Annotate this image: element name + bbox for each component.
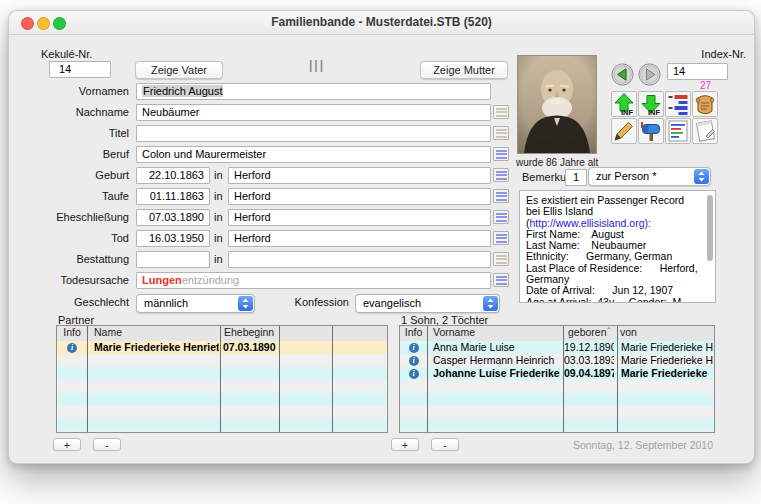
bestattung-place-input[interactable] [228,251,491,268]
source-icon[interactable] [493,126,509,140]
info-cell[interactable]: i [400,354,427,367]
index-input[interactable]: 14 [667,63,728,80]
tod-place-input[interactable]: Herford [228,230,491,247]
taufe-place-input[interactable]: Herford [228,188,491,205]
source-icon[interactable] [493,189,509,203]
geburt-date-input[interactable]: 22.10.1863 [136,167,210,184]
ellis-island-link[interactable]: http://www.ellisisland.org [530,217,645,229]
vornamen-input[interactable]: Friedrich August [136,83,491,100]
bestattung-date-input[interactable] [136,251,210,268]
next-person-button[interactable] [638,63,661,86]
ancestor-scroll-button[interactable] [692,91,718,117]
empty-row[interactable] [400,380,714,393]
todesursache-input[interactable]: Lungenentzündung [136,272,491,289]
titel-label: Titel [9,127,129,139]
show-mother-button[interactable]: Zeige Mutter [420,61,508,79]
in-label: in [214,232,223,244]
col-info[interactable]: Info [400,326,427,338]
taufe-date-input[interactable]: 01.11.1863 [136,188,210,205]
source-icon[interactable] [493,210,509,224]
eheschliessung-place-input[interactable]: Herford [228,209,491,226]
info-icon[interactable]: i [409,369,419,379]
family-tree-list-button[interactable] [665,91,691,117]
info-cell[interactable]: i [400,367,427,380]
info-icon[interactable]: i [409,343,419,353]
children-table-header[interactable]: Info Vorname geboren ˆ von [400,326,714,342]
konfession-select[interactable]: evangelisch [355,294,500,313]
show-father-button[interactable]: Zeige Vater [135,61,223,79]
info-cell[interactable]: i [400,341,427,354]
nachname-input[interactable]: Neubäumer [136,104,491,121]
empty-row[interactable] [57,380,387,393]
empty-row[interactable] [57,393,387,406]
mailbox-button[interactable] [638,118,664,144]
bemerkung-number-input[interactable]: 1 [565,169,587,186]
todesursache-label: Todesursache [9,274,129,286]
todo-list-button[interactable] [665,118,691,144]
portrait-image [518,56,596,153]
child-name: Johanne Luise Friederike [433,367,561,380]
col-vorname[interactable]: Vorname [433,326,553,338]
partner-remove-button[interactable]: - [93,438,121,451]
bemerkung-scope-select[interactable]: zur Person * [588,167,711,186]
empty-row[interactable] [400,393,714,406]
partner-add-button[interactable]: + [53,438,81,451]
source-icon[interactable] [493,252,509,266]
col-info[interactable]: Info [57,326,87,338]
notepad-icon [693,119,717,143]
arrow-right-icon [638,63,661,86]
child-born-date: 09.04.1897 [564,367,614,380]
child-mother: Marie Friederieke H [621,354,713,367]
child-name: Anna Marie Luise [433,341,561,354]
source-icon[interactable] [493,231,509,245]
children-add-button[interactable]: + [391,438,419,451]
previous-person-button[interactable] [611,63,634,86]
empty-row[interactable] [400,406,714,419]
autocomplete-suggestion: entzündung [182,274,240,286]
empty-row[interactable] [57,406,387,419]
tod-date-input[interactable]: 16.03.1950 [136,230,210,247]
children-remove-button[interactable]: - [431,438,459,451]
empty-row[interactable] [57,367,387,380]
source-icon[interactable] [493,147,509,161]
splitter-handle[interactable]: ||| [309,58,325,72]
kekule-input[interactable]: 14 [49,61,111,78]
child-row[interactable]: i Anna Marie Luise 19.12.1890 Marie Frie… [400,341,714,354]
scrollbar-thumb[interactable] [707,195,713,261]
partner-table-header[interactable]: Info Name Ehebeginn [57,326,387,342]
empty-row[interactable] [400,419,714,431]
titel-input[interactable] [136,125,491,142]
geburt-place-input[interactable]: Herford [228,167,491,184]
empty-row[interactable] [57,354,387,367]
child-row-selected[interactable]: i Johanne Luise Friederike 09.04.1897 Ma… [400,367,714,380]
empty-row[interactable] [57,419,387,431]
sort-asc-icon[interactable]: ˆ [607,326,615,338]
bemerkung-textarea[interactable]: Es existiert ein Passenger Record bei El… [519,190,716,303]
source-icon[interactable] [493,273,509,287]
in-label: in [214,211,223,223]
svg-text:INF: INF [648,108,661,116]
notes-button[interactable] [692,118,718,144]
edit-button[interactable] [611,118,637,144]
partner-row-selected[interactable]: i Marie Friederieke Henriette 07.03.1890 [57,341,387,354]
info-cell[interactable]: i [57,341,87,354]
descendants-down-button[interactable]: INF [638,91,664,117]
source-icon[interactable] [493,105,509,119]
person-photo[interactable] [517,55,597,154]
col-von[interactable]: von [620,326,680,338]
col-name[interactable]: Name [94,326,214,338]
chevron-updown-icon [483,296,498,311]
geschlecht-select[interactable]: männlich [136,294,255,313]
taufe-label: Taufe [9,190,129,202]
beruf-input[interactable]: Colon und Maurermeister [136,146,491,163]
col-ehebeginn[interactable]: Ehebeginn [224,326,276,338]
child-row[interactable]: i Casper Hermann Heinrich 03.03.1893 Mar… [400,354,714,367]
info-icon[interactable]: i [67,343,77,353]
todo-list-icon [666,119,690,143]
eheschliessung-date-input[interactable]: 07.03.1890 [136,209,210,226]
ancestors-up-button[interactable]: INF [611,91,637,117]
typed-text: Lungen [142,274,182,286]
source-icon[interactable] [493,168,509,182]
col-geboren[interactable]: geboren [568,326,608,338]
info-icon[interactable]: i [409,356,419,366]
